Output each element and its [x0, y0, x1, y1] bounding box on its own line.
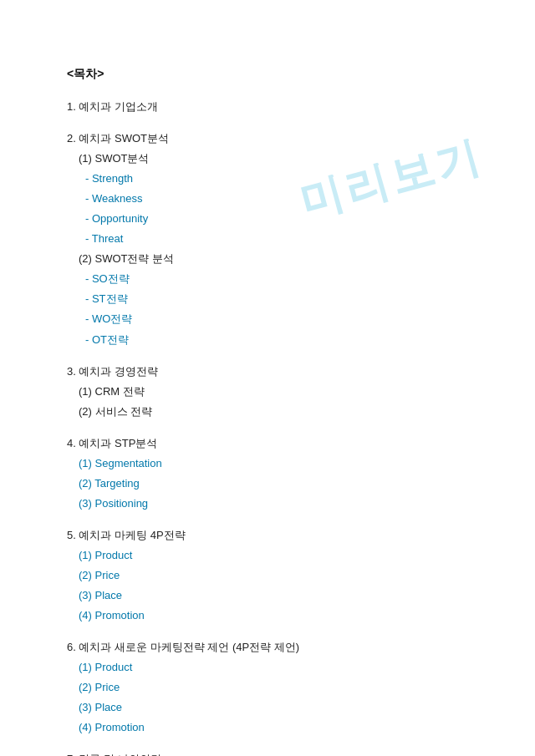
toc-section-section3: 3. 예치과 경영전략(1) CRM 전략(2) 서비스 전략 [67, 362, 468, 422]
toc-section-section5: 5. 예치과 마케팅 4P전략(1) Product(2) Price(3) P… [67, 525, 468, 626]
toc-item: (1) Segmentation [67, 454, 468, 474]
toc-item: 1. 예치과 기업소개 [67, 97, 468, 117]
toc-item: (3) Place [67, 698, 468, 718]
toc-section-section7: 7. 결론 및 나의의견 [67, 749, 468, 756]
toc-section-section2: 2. 예치과 SWOT분석(1) SWOT분석- Strength- Weakn… [67, 129, 468, 350]
toc-section-section4: 4. 예치과 STP분석(1) Segmentation(2) Targetin… [67, 434, 468, 514]
toc-item: (1) SWOT분석 [67, 149, 468, 169]
toc-item: 5. 예치과 마케팅 4P전략 [67, 525, 468, 545]
toc-item: (1) Product [67, 545, 468, 566]
toc-item: (2) 서비스 전략 [67, 402, 468, 422]
toc-section-section1: 1. 예치과 기업소개 [67, 97, 468, 117]
toc-item: 6. 예치과 새로운 마케팅전략 제언 (4P전략 제언) [67, 637, 468, 657]
toc-item: - Opportunity [67, 209, 468, 229]
toc-item: (4) Promotion [67, 718, 468, 738]
toc-section-section6: 6. 예치과 새로운 마케팅전략 제언 (4P전략 제언)(1) Product… [67, 637, 468, 738]
toc-item: (3) Place [67, 586, 468, 606]
toc-content: 1. 예치과 기업소개2. 예치과 SWOT분석(1) SWOT분석- Stre… [67, 97, 468, 756]
toc-item: 7. 결론 및 나의의견 [67, 749, 468, 756]
toc-item: - Strength [67, 169, 468, 189]
toc-item: (2) Price [67, 677, 468, 698]
toc-item: - ST전략 [67, 289, 468, 309]
toc-item: - Threat [67, 229, 468, 249]
toc-item: 2. 예치과 SWOT분석 [67, 129, 468, 149]
toc-item: - Weakness [67, 189, 468, 209]
toc-item: (1) CRM 전략 [67, 382, 468, 402]
toc-item: (2) Price [67, 566, 468, 586]
toc-item: - OT전략 [67, 330, 468, 350]
toc-item: (2) SWOT전략 분석 [67, 249, 468, 269]
toc-title: <목차> [67, 67, 468, 82]
toc-item: - WO전략 [67, 309, 468, 329]
toc-item: 4. 예치과 STP분석 [67, 434, 468, 454]
toc-item: - SO전략 [67, 269, 468, 289]
toc-item: 3. 예치과 경영전략 [67, 362, 468, 382]
toc-item: (3) Positioning [67, 494, 468, 514]
toc-item: (4) Promotion [67, 606, 468, 626]
toc-item: (2) Targeting [67, 474, 468, 494]
page-container: 미리보기 <목차> 1. 예치과 기업소개2. 예치과 SWOT분석(1) SW… [0, 0, 535, 756]
toc-item: (1) Product [67, 657, 468, 677]
